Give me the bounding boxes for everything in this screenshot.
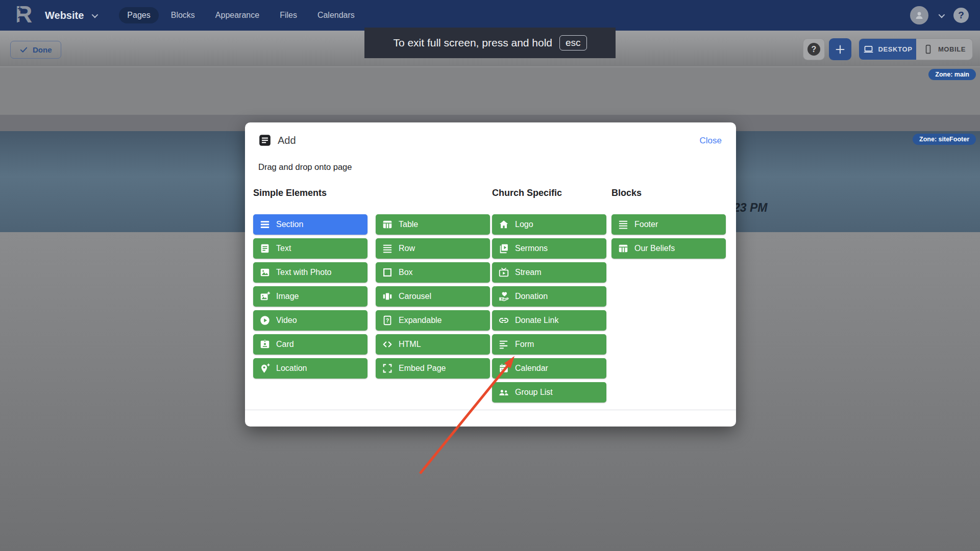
nav-item-pages[interactable]: Pages — [119, 7, 158, 23]
user-avatar[interactable] — [910, 6, 928, 24]
esc-key-badge: esc — [559, 35, 587, 51]
editor-help-button[interactable]: ? — [803, 38, 825, 60]
phone-icon — [923, 44, 934, 55]
element-card-button[interactable]: Card — [253, 334, 368, 355]
add-image-icon — [259, 291, 271, 302]
block-footer-button[interactable]: Footer — [611, 214, 726, 235]
form-lines-icon — [498, 339, 509, 350]
block-our-beliefs-button[interactable]: Our Beliefs — [611, 238, 726, 259]
zone-main-badge: Zone: main — [928, 69, 976, 80]
page: R + 1 B1 23 PM Zone: main Zone: siteFoot… — [0, 0, 980, 551]
app-title: Website — [45, 10, 84, 21]
element-row-button[interactable]: Row — [376, 238, 490, 259]
element-text-with-photo-button[interactable]: Text with Photo — [253, 262, 368, 283]
expandable-icon: ? — [382, 315, 393, 326]
simple-elements-column-2: Table Row Box Carousel ? Expandable HTML — [376, 214, 490, 382]
element-section-button[interactable]: Section — [253, 214, 368, 235]
element-form-button[interactable]: Form — [492, 334, 606, 355]
rows-icon — [382, 243, 393, 254]
toast-message: To exit full screen, press and hold — [393, 37, 552, 49]
footer-lines-icon — [618, 219, 629, 230]
element-stream-button[interactable]: Stream — [492, 262, 606, 283]
nav-item-files[interactable]: Files — [272, 7, 305, 23]
nav-item-calendars[interactable]: Calendars — [309, 7, 363, 23]
plus-icon — [835, 44, 846, 55]
element-carousel-button[interactable]: Carousel — [376, 286, 490, 307]
header-blocks: Blocks — [611, 188, 642, 198]
home-icon — [498, 219, 509, 230]
element-sermons-button[interactable]: Sermons — [492, 238, 606, 259]
element-table-button[interactable]: Table — [376, 214, 490, 235]
app-logo-icon[interactable]: R + 1 — [14, 4, 38, 27]
live-tv-icon — [498, 267, 509, 278]
check-icon — [19, 45, 28, 54]
element-expandable-button[interactable]: ? Expandable — [376, 310, 490, 331]
account-chevron-down-icon[interactable] — [939, 11, 945, 18]
play-circle-icon — [259, 315, 271, 326]
simple-elements-column-1: Section Text Text with Photo Image Video… — [253, 214, 368, 382]
photo-icon — [259, 267, 271, 278]
location-pin-icon — [259, 363, 271, 374]
element-text-button[interactable]: Text — [253, 238, 368, 259]
element-image-button[interactable]: Image — [253, 286, 368, 307]
carousel-icon — [382, 291, 393, 302]
table-icon — [618, 243, 629, 254]
question-icon: ? — [807, 43, 820, 56]
top-navbar: R + 1 Website Pages Blocks Appearance Fi… — [0, 0, 980, 31]
help-button[interactable]: ? — [953, 8, 969, 23]
close-link[interactable]: Close — [700, 136, 722, 146]
zone-sitefooter-badge: Zone: siteFooter — [913, 134, 976, 145]
desktop-label: DESKTOP — [878, 45, 913, 53]
code-icon — [382, 339, 393, 350]
modal-subtitle: Drag and drop onto page — [258, 162, 352, 172]
text-icon — [259, 243, 271, 254]
mobile-label: MOBILE — [938, 45, 966, 53]
hand-heart-icon — [498, 291, 509, 302]
zone-main-area — [0, 66, 980, 115]
nav-item-appearance[interactable]: Appearance — [207, 7, 267, 23]
person-icon — [913, 9, 925, 21]
mobile-view-button[interactable]: MOBILE — [916, 39, 972, 60]
laptop-icon — [863, 44, 874, 55]
svg-text:?: ? — [386, 318, 389, 323]
element-calendar-button[interactable]: Calendar — [492, 358, 606, 379]
element-html-button[interactable]: HTML — [376, 334, 490, 355]
badge-icon — [259, 339, 271, 350]
add-modal: Add Close Drag and drop onto page Simple… — [245, 122, 736, 427]
view-toggle: DESKTOP MOBILE — [859, 38, 973, 60]
done-label: Done — [33, 45, 52, 54]
header-simple-elements: Simple Elements — [253, 188, 327, 198]
add-modal-icon — [258, 134, 272, 147]
element-location-button[interactable]: Location — [253, 358, 368, 379]
modal-title: Add — [278, 135, 296, 146]
add-element-button[interactable] — [829, 38, 851, 60]
fullscreen-toast: To exit full screen, press and hold esc — [364, 28, 616, 58]
link-icon — [498, 315, 509, 326]
element-donate-link-button[interactable]: Donate Link — [492, 310, 606, 331]
embed-icon — [382, 363, 393, 374]
people-icon — [498, 387, 509, 398]
nav-items: Pages Blocks Appearance Files Calendars — [119, 7, 363, 23]
chevron-down-icon[interactable] — [92, 11, 99, 18]
element-logo-button[interactable]: Logo — [492, 214, 606, 235]
video-library-icon — [498, 243, 509, 254]
footer-time-text: 23 PM — [733, 201, 767, 215]
modal-footer-divider — [245, 410, 736, 410]
header-church-specific: Church Specific — [492, 188, 562, 198]
desktop-view-button[interactable]: DESKTOP — [859, 39, 916, 60]
blocks-column: Footer Our Beliefs — [611, 214, 726, 262]
element-donation-button[interactable]: Donation — [492, 286, 606, 307]
nav-item-blocks[interactable]: Blocks — [163, 7, 203, 23]
element-group-list-button[interactable]: Group List — [492, 382, 606, 403]
box-icon — [382, 267, 393, 278]
church-specific-column: Logo Sermons Stream Donation Donate Link… — [492, 214, 606, 406]
element-video-button[interactable]: Video — [253, 310, 368, 331]
done-button[interactable]: Done — [10, 41, 61, 59]
calendar-icon — [498, 363, 509, 374]
table-icon — [382, 219, 393, 230]
element-embed-page-button[interactable]: Embed Page — [376, 358, 490, 379]
element-box-button[interactable]: Box — [376, 262, 490, 283]
section-icon — [259, 219, 271, 230]
